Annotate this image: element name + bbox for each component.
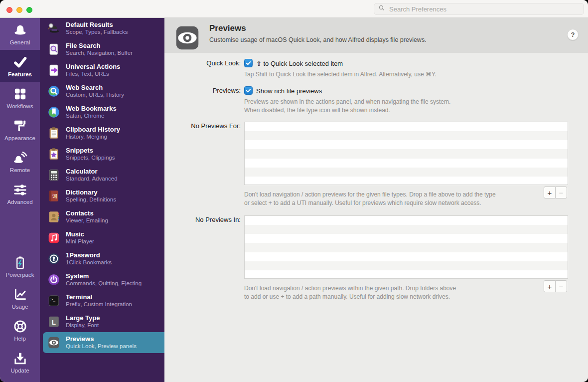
- rail-item-advanced[interactable]: Advanced: [0, 178, 40, 209]
- rail-item-appearance[interactable]: Appearance: [0, 114, 40, 146]
- sidebar-item-title: Contacts: [66, 210, 108, 217]
- web-search-icon: [47, 84, 61, 98]
- no-previews-for-remove-button[interactable]: −: [555, 187, 567, 198]
- rail-item-help[interactable]: Help: [0, 314, 40, 346]
- file-search-icon: [47, 42, 61, 56]
- music-icon: [47, 231, 61, 245]
- paint-roller-icon: [12, 118, 28, 134]
- rail-item-usage[interactable]: Usage: [0, 282, 40, 314]
- rail-item-label: Workflows: [7, 103, 33, 109]
- sidebar-item-title: Dictionary: [66, 189, 116, 196]
- no-previews-in-actions: + −: [544, 280, 567, 292]
- sidebar-item-subtitle: Prefix, Custom Integration: [66, 301, 132, 308]
- download-icon: [12, 351, 28, 366]
- close-button[interactable]: [6, 7, 12, 13]
- rail-item-label: Help: [14, 336, 26, 342]
- sidebar-item-title: Music: [66, 231, 94, 238]
- sidebar-item-title: Calculator: [66, 168, 118, 176]
- sidebar-item-terminal[interactable]: >_TerminalPrefix, Custom Integration: [40, 290, 164, 311]
- calculator-icon: [47, 168, 61, 182]
- sidebar-item-previews[interactable]: PreviewsQuick Look, Preview panels: [43, 332, 164, 353]
- sidebar-item-clipboard-history[interactable]: Clipboard HistoryHistory, Merging: [40, 123, 164, 144]
- sliders-icon: [12, 182, 28, 197]
- sidebar-item-subtitle: Spelling, Definitions: [66, 196, 116, 203]
- features-sidebar: Default ResultsScope, Types, FallbacksFi…: [40, 18, 164, 382]
- help-button[interactable]: ?: [567, 29, 579, 40]
- zoom-button[interactable]: [26, 7, 32, 13]
- dictionary-icon: 词: [47, 189, 61, 203]
- rail-item-powerpack[interactable]: Powerpack: [0, 250, 40, 282]
- search-input[interactable]: [388, 5, 580, 13]
- rail-item-remote[interactable]: Remote: [0, 146, 40, 178]
- system-icon: [47, 273, 61, 287]
- svg-text:L: L: [52, 319, 56, 326]
- minimize-button[interactable]: [16, 7, 22, 13]
- sidebar-item-title: Universal Actions: [66, 63, 120, 71]
- rail-item-label: Appearance: [4, 135, 35, 141]
- quick-look-label: Quick Look:: [164, 59, 241, 67]
- sidebar-item-large-type[interactable]: LLarge TypeDisplay, Font: [40, 311, 164, 332]
- sidebar-item-web-search[interactable]: Web SearchCustom, URLs, History: [40, 81, 164, 102]
- no-previews-in-remove-button[interactable]: −: [555, 280, 567, 292]
- sidebar-item-file-search[interactable]: File SearchSearch, Navigation, Buffer: [40, 39, 164, 60]
- sidebar-item-subtitle: Quick Look, Preview panels: [66, 343, 137, 350]
- contacts-icon: [47, 210, 61, 224]
- sidebar-item-title: System: [66, 273, 142, 280]
- no-previews-in-add-button[interactable]: +: [544, 280, 556, 292]
- sidebar-item-web-bookmarks[interactable]: Web BookmarksSafari, Chrome: [40, 102, 164, 123]
- svg-text:>_: >_: [50, 297, 55, 302]
- sidebar-item-subtitle: Standard, Advanced: [66, 176, 118, 182]
- quick-look-checkbox[interactable]: [244, 59, 253, 67]
- rail-item-label: Usage: [11, 304, 28, 310]
- rail-item-label: Features: [8, 71, 32, 77]
- no-previews-for-label: No Previews For:: [164, 122, 241, 130]
- no-previews-for-helper: Don't load navigation / action previews …: [244, 191, 496, 207]
- alfred-preferences-window: GeneralFeaturesWorkflowsAppearanceRemote…: [0, 0, 588, 382]
- search-field[interactable]: [374, 3, 584, 15]
- web-bookmarks-icon: [47, 105, 61, 119]
- no-previews-for-add-button[interactable]: +: [544, 187, 556, 198]
- category-rail-top: GeneralFeaturesWorkflowsAppearanceRemote…: [0, 18, 40, 209]
- grid-icon: [12, 86, 28, 102]
- sidebar-item-universal-actions[interactable]: Universal ActionsFiles, Text, URLs: [40, 60, 164, 81]
- rail-item-label: Remote: [10, 167, 30, 173]
- sidebar-item-1password[interactable]: 1Password1Click Bookmarks: [40, 248, 164, 269]
- chart-icon: [12, 287, 28, 302]
- rail-item-general[interactable]: General: [0, 18, 40, 50]
- rail-item-update[interactable]: Update: [0, 346, 40, 378]
- rail-item-label: Advanced: [7, 199, 32, 205]
- no-previews-in-list[interactable]: [244, 215, 568, 279]
- sidebar-item-subtitle: Mini Player: [66, 238, 94, 245]
- svg-text:词: 词: [52, 193, 57, 199]
- snippets-icon: [47, 147, 61, 161]
- alfred-hat-icon: [47, 21, 61, 35]
- rail-item-features[interactable]: Features: [0, 50, 40, 82]
- quick-look-checkbox-label[interactable]: ⇧ to Quick Look selected item: [256, 60, 343, 67]
- sidebar-item-title: Web Bookmarks: [66, 105, 117, 113]
- sidebar-item-contacts[interactable]: ContactsViewer, Emailing: [40, 206, 164, 227]
- previews-eye-icon: [173, 23, 202, 52]
- rail-item-label: General: [10, 39, 30, 45]
- sidebar-item-subtitle: Custom, URLs, History: [66, 92, 124, 98]
- search-icon: [378, 4, 388, 13]
- sidebar-item-music[interactable]: MusicMini Player: [40, 227, 164, 248]
- no-previews-for-list[interactable]: [244, 122, 568, 185]
- rich-previews-checkbox-label[interactable]: Show rich file previews: [256, 87, 322, 95]
- rail-item-label: Powerpack: [6, 272, 34, 278]
- sidebar-item-subtitle: 1Click Bookmarks: [66, 259, 112, 266]
- previews-helper: Previews are shown in the actions panel,…: [244, 98, 450, 114]
- rich-previews-checkbox[interactable]: [244, 86, 253, 95]
- category-rail: GeneralFeaturesWorkflowsAppearanceRemote…: [0, 18, 40, 382]
- sidebar-item-subtitle: History, Merging: [66, 134, 120, 140]
- sidebar-item-system[interactable]: SystemCommands, Quitting, Ejecting: [40, 269, 164, 290]
- title-bar: [0, 0, 588, 18]
- sidebar-item-calculator[interactable]: CalculatorStandard, Advanced: [40, 165, 164, 186]
- sidebar-item-title: File Search: [66, 42, 133, 50]
- rail-item-workflows[interactable]: Workflows: [0, 82, 40, 114]
- sidebar-item-dictionary[interactable]: 词DictionarySpelling, Definitions: [40, 186, 164, 206]
- sidebar-item-default-results[interactable]: Default ResultsScope, Types, Fallbacks: [40, 18, 164, 39]
- large-type-icon: L: [47, 315, 61, 329]
- rail-item-label: Update: [10, 368, 29, 374]
- no-previews-for-actions: + −: [544, 187, 567, 198]
- sidebar-item-snippets[interactable]: SnippetsSnippets, Clippings: [40, 144, 164, 165]
